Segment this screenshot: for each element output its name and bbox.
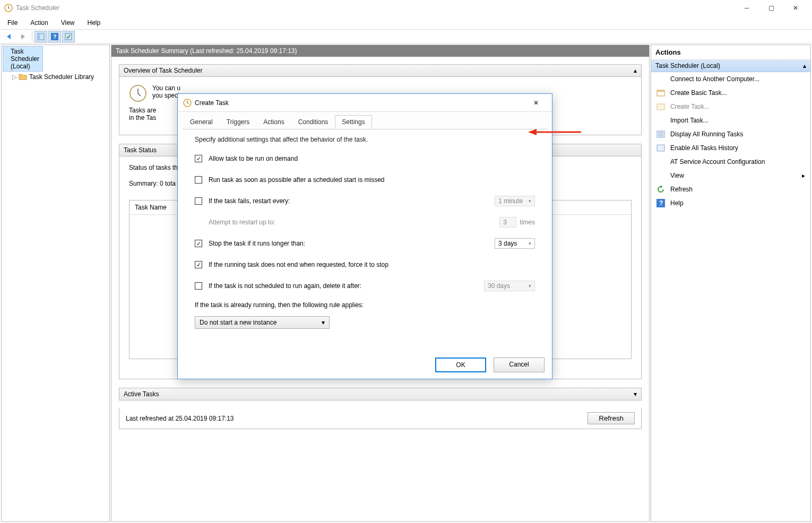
tree-library-label: Task Scheduler Library [29, 73, 94, 81]
label-stop-long: Stop the task if it runs longer than: [209, 240, 495, 247]
menu-view[interactable]: View [55, 17, 81, 29]
select-stop-long[interactable]: 3 days▾ [495, 238, 535, 249]
computer-icon [656, 75, 665, 83]
nav-forward-button[interactable] [17, 31, 30, 42]
overview-line2: you speci [152, 92, 179, 99]
label-restart: If the task fails, restart every: [209, 197, 495, 205]
checkbox-force[interactable] [195, 261, 202, 268]
action-at-service-label: AT Service Account Configuration [670, 158, 765, 165]
minimize-button[interactable]: ─ [735, 0, 759, 16]
action-create-basic[interactable]: Create Basic Task... [651, 86, 810, 100]
tree-root[interactable]: Task Scheduler (Local) [3, 46, 43, 72]
toolbar-view2-button[interactable] [62, 31, 75, 42]
action-enable-history-label: Enable All Tasks History [670, 144, 738, 152]
actions-header: Actions [651, 45, 810, 60]
row-allow: Allow task to be run on demand [195, 153, 535, 164]
select-rule[interactable]: Do not start a new instance▾ [195, 316, 330, 329]
action-display-all[interactable]: Display All Running Tasks [651, 127, 810, 141]
menu-help[interactable]: Help [81, 17, 107, 29]
action-import[interactable]: Import Task... [651, 114, 810, 127]
actions-subheader[interactable]: Task Scheduler (Local) ▴ [651, 60, 810, 72]
clock-icon [6, 55, 8, 63]
input-attempt-count[interactable]: 3 [499, 217, 516, 228]
help-icon: ? [656, 199, 665, 207]
checkbox-allow[interactable] [195, 155, 202, 162]
task-icon [656, 89, 665, 97]
action-display-all-label: Display All Running Tasks [670, 130, 743, 138]
action-connect-label: Connect to Another Computer... [670, 75, 759, 83]
app-icon [4, 4, 13, 12]
overview-line4: in the Tas [129, 114, 156, 121]
summary-header: Task Scheduler Summary (Last refreshed: … [111, 45, 649, 57]
submenu-arrow-icon: ▸ [802, 172, 805, 179]
menu-action[interactable]: Action [24, 17, 54, 29]
settings-tab-body: Specify additional settings that affect … [182, 129, 548, 351]
close-button[interactable]: ✕ [783, 0, 808, 16]
checkbox-delete-after[interactable] [195, 282, 202, 290]
tab-general[interactable]: General [183, 115, 220, 129]
expand-icon[interactable]: ▾ [634, 390, 637, 398]
toolbar-help-button[interactable]: ? [48, 31, 61, 42]
svg-rect-15 [657, 145, 664, 151]
tab-actions[interactable]: Actions [256, 115, 291, 129]
tree-library[interactable]: ▷ Task Scheduler Library [3, 72, 108, 82]
label-rule: If the task is already running, then the… [195, 301, 535, 309]
tree-panel: Task Scheduler (Local) ▷ Task Scheduler … [1, 45, 110, 522]
expand-icon[interactable]: ▷ [12, 73, 19, 81]
dialog-icon [183, 99, 192, 107]
menu-file[interactable]: File [1, 17, 24, 29]
large-clock-icon [129, 84, 147, 102]
select-rule-value: Do not start a new instance [200, 319, 277, 326]
svg-text:?: ? [659, 199, 663, 207]
collapse-icon[interactable]: ▴ [634, 67, 637, 74]
action-enable-history[interactable]: Enable All Tasks History [651, 141, 810, 155]
action-at-service[interactable]: AT Service Account Configuration [651, 155, 810, 169]
create-task-dialog: Create Task ✕ General Triggers Actions C… [177, 93, 552, 379]
label-runasap: Run task as soon as possible after a sch… [209, 176, 535, 184]
action-help[interactable]: ?Help [651, 196, 810, 210]
tab-settings[interactable]: Settings [335, 115, 372, 129]
tab-triggers[interactable]: Triggers [220, 115, 257, 129]
toolbar-separator [32, 31, 32, 42]
action-help-label: Help [670, 199, 684, 207]
view-icon [656, 171, 665, 180]
svg-text:?: ? [53, 33, 57, 40]
nav-back-button[interactable] [3, 31, 16, 42]
action-view[interactable]: View▸ [651, 169, 810, 182]
svg-rect-2 [38, 33, 40, 40]
titlebar: Task Scheduler ─ ▢ ✕ [0, 0, 812, 16]
caret-icon: ▾ [529, 241, 531, 246]
settings-intro: Specify additional settings that affect … [195, 136, 535, 143]
select-restart-value: 1 minute [498, 197, 523, 205]
collapse-icon[interactable]: ▴ [803, 62, 806, 69]
checkbox-restart[interactable] [195, 197, 202, 205]
overview-line1: You can u [152, 84, 180, 92]
tree-root-label: Task Scheduler (Local) [11, 48, 39, 70]
select-stop-long-value: 3 days [498, 240, 517, 247]
maximize-button[interactable]: ▢ [759, 0, 783, 16]
status-title: Task Status [124, 146, 157, 154]
svg-rect-5 [65, 33, 72, 40]
tab-conditions[interactable]: Conditions [291, 115, 335, 129]
select-restart-interval[interactable]: 1 minute▾ [495, 196, 535, 206]
overview-header[interactable]: Overview of Task Scheduler ▴ [119, 64, 642, 77]
row-runasap: Run task as soon as possible after a sch… [195, 174, 535, 186]
action-refresh[interactable]: Refresh [651, 182, 810, 196]
account-icon [656, 158, 665, 166]
cancel-button[interactable]: Cancel [494, 358, 545, 372]
select-delete-after[interactable]: 30 days▾ [484, 281, 535, 291]
active-title: Active Tasks [124, 390, 159, 398]
active-header[interactable]: Active Tasks ▾ [119, 388, 642, 400]
action-connect[interactable]: Connect to Another Computer... [651, 72, 810, 86]
refresh-button[interactable]: Refresh [588, 412, 635, 424]
toolbar-view1-button[interactable] [34, 31, 47, 42]
row-restart: If the task fails, restart every: 1 minu… [195, 195, 535, 207]
ok-button[interactable]: OK [435, 358, 486, 372]
action-create-task[interactable]: Create Task... [651, 100, 810, 114]
action-create-task-label: Create Task... [670, 103, 710, 110]
checkbox-runasap[interactable] [195, 176, 202, 184]
dialog-titlebar: Create Task ✕ [178, 94, 552, 112]
checkbox-stop-long[interactable] [195, 240, 202, 247]
dialog-close-button[interactable]: ✕ [525, 95, 547, 110]
label-attempt: Attempt to restart up to: [209, 219, 499, 226]
